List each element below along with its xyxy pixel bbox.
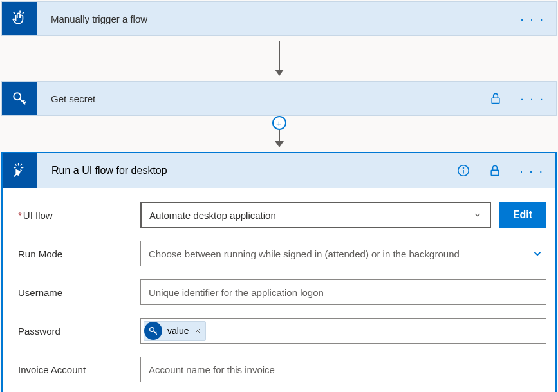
token-remove[interactable] bbox=[194, 327, 201, 335]
uiflow-dropdown[interactable]: Automate desktop application bbox=[140, 202, 491, 228]
uiflow-icon bbox=[3, 153, 37, 188]
dynamic-token[interactable]: value bbox=[144, 321, 206, 341]
dropdown-value: Automate desktop application bbox=[149, 210, 276, 221]
tap-icon bbox=[2, 2, 37, 35]
invoice-account-input[interactable] bbox=[140, 357, 546, 382]
step-manual-trigger[interactable]: Manually trigger a flow · · · bbox=[1, 1, 557, 36]
label-run-mode: Run Mode bbox=[18, 248, 140, 259]
chevron-down-icon bbox=[532, 248, 543, 259]
lock-icon[interactable] bbox=[489, 92, 502, 105]
connector bbox=[1, 36, 557, 81]
keyvault-icon bbox=[2, 82, 37, 115]
password-input[interactable]: value bbox=[140, 318, 546, 344]
row-password: Password value bbox=[18, 318, 546, 344]
chevron-down-icon bbox=[473, 210, 482, 219]
svg-rect-5 bbox=[491, 170, 499, 175]
step-header[interactable]: Run a UI flow for desktop · · · bbox=[3, 152, 555, 188]
row-username: Username bbox=[18, 279, 546, 305]
row-invoice-account: Invoice Account bbox=[18, 357, 546, 382]
row-run-mode: Run Mode Choose between running while si… bbox=[18, 241, 546, 266]
label-username: Username bbox=[18, 287, 140, 298]
svg-rect-1 bbox=[492, 98, 499, 103]
placeholder: Choose between running while signed in (… bbox=[149, 248, 460, 259]
lock-icon[interactable] bbox=[488, 164, 501, 177]
info-icon[interactable] bbox=[456, 163, 470, 178]
step-body: *UI flow Automate desktop application Ed… bbox=[3, 188, 555, 392]
keyvault-icon bbox=[144, 322, 162, 340]
row-ui-flow: *UI flow Automate desktop application Ed… bbox=[18, 202, 546, 228]
label-ui-flow: *UI flow bbox=[18, 210, 140, 221]
step-title: Run a UI flow for desktop bbox=[37, 165, 456, 176]
label-password: Password bbox=[18, 326, 140, 337]
svg-point-4 bbox=[463, 167, 464, 168]
label-invoice-account: Invoice Account bbox=[18, 364, 140, 375]
token-label: value bbox=[167, 326, 189, 336]
username-input[interactable] bbox=[140, 279, 546, 305]
add-step-button[interactable]: + bbox=[272, 116, 286, 130]
connector: + bbox=[1, 116, 557, 152]
step-get-secret[interactable]: Get secret · · · bbox=[1, 81, 557, 116]
runmode-dropdown[interactable]: Choose between running while signed in (… bbox=[140, 241, 546, 266]
step-title: Manually trigger a flow bbox=[37, 14, 520, 24]
step-title: Get secret bbox=[37, 93, 489, 104]
edit-button[interactable]: Edit bbox=[499, 202, 546, 228]
step-run-ui-flow: Run a UI flow for desktop · · · *UI flow bbox=[1, 152, 557, 392]
